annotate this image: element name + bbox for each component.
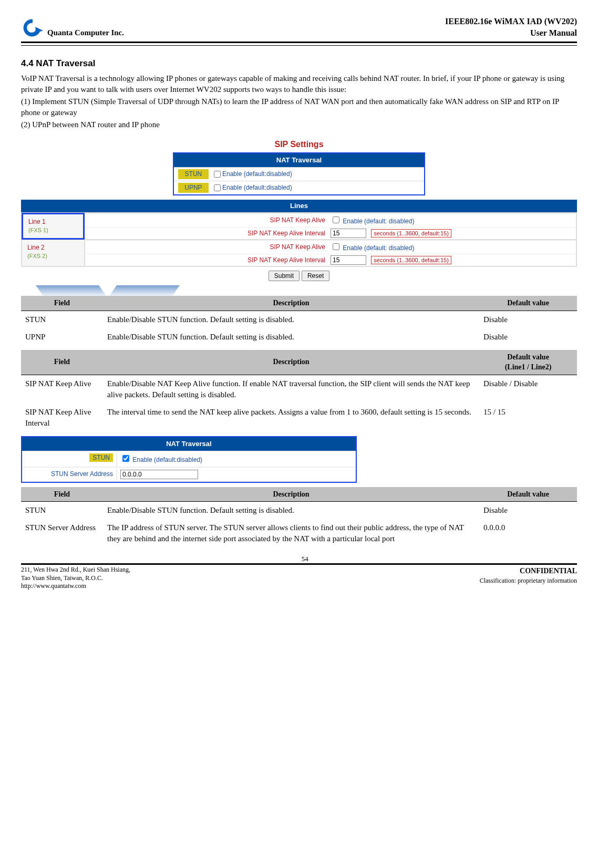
t2-h-field: Field: [21, 350, 103, 375]
t2-h-desc: Description: [103, 350, 479, 375]
line2-keepalive-checkbox[interactable]: [333, 243, 339, 250]
button-row: Submit Reset: [21, 270, 577, 281]
natbox-server-input[interactable]: [120, 470, 198, 479]
stun-row: STUN Enable (default:disabled): [174, 167, 424, 181]
nat-traversal-box: NAT Traversal STUN Enable (default:disab…: [21, 436, 357, 483]
line1-settings: SIP NAT Keep Alive Enable (default: disa…: [85, 213, 576, 240]
natbox-stun-label: STUN: [89, 453, 113, 462]
line1-interval-key: SIP NAT Keep Alive Interval: [88, 229, 331, 238]
t1-h-default: Default value: [479, 296, 577, 311]
doc-title-2: User Manual: [445, 27, 577, 39]
line2-label: Line 2: [27, 243, 79, 252]
t3-r1-d: The IP address of STUN server. The STUN …: [103, 519, 479, 547]
page-header: Quanta Computer Inc. IEEE802.16e WiMAX I…: [21, 16, 577, 43]
decorative-arms-icon: [21, 286, 577, 296]
t2-h-default-l1: Default value: [483, 352, 573, 363]
line1-keepalive-key: SIP NAT Keep Alive: [88, 216, 331, 225]
t3-r1-f: STUN Server Address: [21, 519, 103, 547]
nat-traversal-tab: NAT Traversal: [174, 153, 424, 167]
t1-h-desc: Description: [103, 296, 479, 311]
natbox-stun-checkbox[interactable]: [122, 455, 129, 462]
natbox-stun-cell: STUN: [22, 451, 117, 467]
sip-settings-title: SIP Settings: [21, 139, 577, 150]
line2-sub: (FXS 2): [27, 252, 79, 260]
natbox-title: NAT Traversal: [22, 437, 356, 451]
table-row: STUN Enable/Disable STUN function. Defau…: [21, 311, 577, 328]
table-row: STUN Enable/Disable STUN function. Defau…: [21, 502, 577, 520]
t3-h-field: Field: [21, 487, 103, 502]
footer-right: CONFIDENTIAL Classification: proprietary…: [480, 566, 577, 591]
footer-left: 211, Wen Hwa 2nd Rd., Kuei Shan Hsiang, …: [21, 566, 130, 591]
doc-title-1: IEEE802.16e WiMAX IAD (WV202): [445, 16, 577, 27]
lines-grid: Line 1 (FXS 1) SIP NAT Keep Alive Enable…: [21, 212, 577, 267]
t3-r1-v: 0.0.0.0: [479, 519, 577, 547]
t2-h-default: Default value (Line1 / Line2): [479, 350, 577, 375]
t1-r0-d: Enable/Disable STUN function. Default se…: [103, 311, 479, 328]
t1-r1-v: Disable: [479, 328, 577, 346]
t2-r1-d: The interval time to send the NAT keep a…: [103, 404, 479, 432]
line1-interval-input[interactable]: [331, 229, 366, 238]
footer-addr2: Tao Yuan Shien, Taiwan, R.O.C.: [21, 574, 130, 583]
upnp-enable-checkbox[interactable]: [214, 184, 221, 191]
line1-label-cell: Line 1 (FXS 1): [22, 213, 85, 240]
line1-seconds-note: seconds (1..3600, default:15): [371, 229, 451, 237]
footer-page-number: 54: [289, 554, 321, 579]
table-row: STUN Server Address The IP address of ST…: [21, 519, 577, 547]
upnp-enable-label: Enable (default:disabled): [222, 183, 292, 192]
t2-r0-f: SIP NAT Keep Alive: [21, 375, 103, 404]
t3-r0-d: Enable/Disable STUN function. Default se…: [103, 502, 479, 520]
para-2: (1) Implement STUN (Simple Traversal of …: [21, 96, 577, 118]
line2-label-cell: Line 2 (FXS 2): [22, 240, 85, 266]
t3-h-desc: Description: [103, 487, 479, 502]
line1-keepalive-text: Enable (default: disabled): [343, 218, 414, 225]
t2-r0-d: Enable/Disable NAT Keep Alive function. …: [103, 375, 479, 404]
t1-r1-d: Enable/Disable STUN function. Default se…: [103, 328, 479, 346]
line1-label: Line 1: [28, 218, 78, 226]
t3-r0-f: STUN: [21, 502, 103, 520]
line2-seconds-note: seconds (1..3600, default:15): [371, 256, 451, 264]
section-title: 4.4 NAT Traversal: [21, 57, 577, 70]
upnp-tag: UPNP: [178, 183, 209, 193]
t1-r1-f: UPNP: [21, 328, 103, 346]
header-divider: [21, 45, 577, 46]
keepalive-table: Field Description Default value (Line1 /…: [21, 350, 577, 432]
t3-r0-v: Disable: [479, 502, 577, 520]
footer-classification: Classification: proprietary information: [480, 576, 577, 585]
stun-enable-checkbox[interactable]: [214, 171, 221, 178]
footer-addr1: 211, Wen Hwa 2nd Rd., Kuei Shan Hsiang,: [21, 566, 130, 574]
sip-nat-block: NAT Traversal STUN Enable (default:disab…: [21, 152, 577, 281]
t2-r1-v: 15 / 15: [479, 404, 577, 432]
table-row: SIP NAT Keep Alive Enable/Disable NAT Ke…: [21, 375, 577, 404]
t2-r0-v: Disable / Disable: [479, 375, 577, 404]
footer-url: http://www.quantatw.com: [21, 582, 130, 591]
natbox-server-value-cell: [117, 467, 356, 482]
para-3: (2) UPnP between NAT router and IP phone: [21, 119, 577, 130]
natbox-server-label: STUN Server Address: [22, 467, 117, 482]
line2-keepalive-text: Enable (default: disabled): [343, 244, 414, 252]
stun-tag: STUN: [178, 169, 209, 179]
submit-button[interactable]: Submit: [269, 271, 300, 281]
stun-enable-label: Enable (default:disabled): [222, 170, 292, 179]
line2-settings: SIP NAT Keep Alive Enable (default: disa…: [85, 240, 576, 266]
t3-h-default: Default value: [479, 487, 577, 502]
lines-tab: Lines: [21, 200, 577, 212]
header-left: Quanta Computer Inc.: [21, 16, 124, 39]
natbox-stun-text: Enable (default:disabled): [132, 456, 202, 463]
company-name: Quanta Computer Inc.: [47, 27, 124, 38]
t2-r1-f: SIP NAT Keep Alive Interval: [21, 404, 103, 432]
para-1: VoIP NAT Traversal is a technology allow…: [21, 73, 577, 95]
reset-button[interactable]: Reset: [302, 271, 329, 281]
line1-sub: (FXS 1): [28, 226, 78, 234]
line2-interval-input[interactable]: [331, 255, 366, 265]
upnp-row: UPNP Enable (default:disabled): [174, 181, 424, 194]
line2-keepalive-key: SIP NAT Keep Alive: [88, 243, 331, 252]
header-right: IEEE802.16e WiMAX IAD (WV202) User Manua…: [445, 16, 577, 39]
stun-upnp-table: Field Description Default value STUN Ena…: [21, 296, 577, 346]
table-row: UPNP Enable/Disable STUN function. Defau…: [21, 328, 577, 346]
t1-h-field: Field: [21, 296, 103, 311]
footer-confidential: CONFIDENTIAL: [480, 566, 577, 576]
table-row: SIP NAT Keep Alive Interval The interval…: [21, 404, 577, 432]
line1-keepalive-checkbox[interactable]: [333, 216, 339, 223]
natbox-stun-value: Enable (default:disabled): [117, 451, 356, 467]
company-logo-icon: [21, 16, 44, 39]
